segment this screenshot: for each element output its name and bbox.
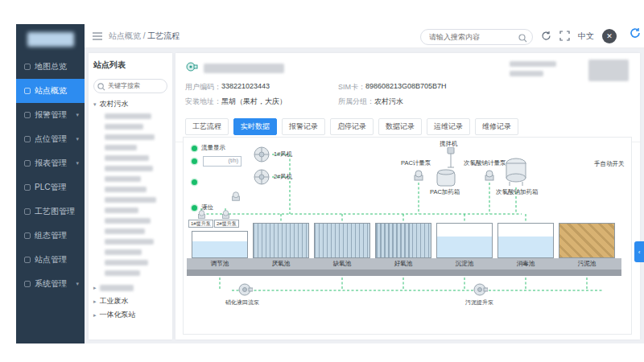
auto-manual-switch-label[interactable]: 手自动开关 xyxy=(594,160,625,168)
caret-right-icon: ▸ xyxy=(93,312,97,319)
search-input[interactable] xyxy=(420,29,533,45)
fullscreen-icon[interactable] xyxy=(559,31,570,41)
menu-icon xyxy=(24,136,31,142)
tab-process-flow[interactable]: 工艺流程 xyxy=(185,118,229,135)
tab-startstop-records[interactable]: 启停记录 xyxy=(330,118,374,135)
blurred-site-item[interactable] xyxy=(105,218,151,224)
station-title-blurred xyxy=(204,64,284,73)
blurred-site-item[interactable] xyxy=(105,124,143,130)
pac-dosing-tank-icon xyxy=(436,168,456,191)
chevron-down-icon: ▾ xyxy=(76,160,79,167)
tank-label: 好氧池 xyxy=(375,260,431,268)
tank-label: 消毒池 xyxy=(497,260,554,268)
site-list-title: 站点列表 xyxy=(93,60,167,71)
sidebar-item-report-mgmt[interactable]: 报表管理▾ xyxy=(16,151,85,175)
blurred-site-item[interactable] xyxy=(105,155,149,161)
sludge-pump-label: 污泥提升泵 xyxy=(465,298,493,306)
blurred-site-item[interactable] xyxy=(105,239,154,245)
menu-icon xyxy=(24,160,31,167)
flow-display-label: 流量显示 xyxy=(201,144,225,152)
chevron-down-icon: ▾ xyxy=(76,136,79,142)
blurred-site-item[interactable] xyxy=(105,187,147,192)
tank-label: 调节池 xyxy=(192,260,248,268)
naclo-pump-icon xyxy=(483,169,496,185)
sidebar-item-map-overview[interactable]: 地图总览 xyxy=(16,55,85,79)
blurred-site-item[interactable] xyxy=(105,134,155,140)
site-list-panel: 站点列表 ▾农村污水 xyxy=(89,53,172,339)
side-toggle-button[interactable]: ‹ xyxy=(634,241,644,262)
blurred-site-item[interactable] xyxy=(105,249,142,255)
blurred-site-item[interactable] xyxy=(105,166,153,171)
app-logo xyxy=(27,32,74,47)
pump-icon xyxy=(185,60,198,76)
menu-icon xyxy=(24,232,31,239)
reflux-pump-label: 硝化液回流泵 xyxy=(225,298,259,306)
inlet-pump-icon xyxy=(230,191,242,205)
tab-alarm-records[interactable]: 报警记录 xyxy=(282,118,325,135)
field-group: 所属分组：农村污水 xyxy=(338,97,403,107)
blurred-site-item[interactable] xyxy=(105,260,148,265)
station-header-blurred-block xyxy=(588,60,629,81)
menu-icon xyxy=(24,281,31,287)
breadcrumb-parent[interactable]: 站点概览 xyxy=(109,31,141,40)
global-search xyxy=(420,28,533,44)
blurred-site-item[interactable] xyxy=(105,197,156,203)
menu-icon xyxy=(24,208,31,215)
tab-repair-records[interactable]: 维修记录 xyxy=(475,118,518,135)
avatar[interactable]: ✕ xyxy=(602,29,617,43)
naclo-pump-label: 次氯酸钠计量泵 xyxy=(464,159,506,167)
reflux-pump-icon xyxy=(238,282,253,300)
sidebar-item-site-overview[interactable]: 站点概览 xyxy=(16,79,85,103)
sidebar: 地图总览 站点概览 报警管理▾ 点位管理▾ 报表管理▾ PLC管理 工艺图管理 … xyxy=(16,24,85,343)
station-header-blurred-lines xyxy=(510,61,556,76)
field-sim-card: SIM卡：898608213G08B705B7H xyxy=(338,82,447,93)
fan-1-icon xyxy=(253,146,270,167)
sidebar-item-process-diagram-mgmt[interactable]: 工艺图管理 xyxy=(16,200,85,224)
chevron-down-icon: ▾ xyxy=(76,112,79,118)
tree-group-integrated-pump-station[interactable]: ▸一体化泵站 xyxy=(93,308,167,322)
naclo-dosing-tank-label: 次氯酸钠加药箱 xyxy=(496,188,539,196)
tab-data-records[interactable]: 数据记录 xyxy=(378,118,422,135)
blurred-site-item[interactable] xyxy=(105,208,138,213)
flow-status-indicator xyxy=(192,146,197,151)
chevron-left-icon: ‹ xyxy=(638,249,641,256)
pac-dosing-tank-label: PAC加药箱 xyxy=(430,188,460,196)
sidebar-item-config-mgmt[interactable]: 组态管理 xyxy=(16,224,85,248)
caret-down-icon: ▾ xyxy=(93,101,97,108)
tank-label: 污泥池 xyxy=(559,260,615,268)
topbar-actions: 中文 ✕ xyxy=(420,28,617,44)
blurred-site-item[interactable] xyxy=(105,113,151,119)
tree-group-rural-sewage[interactable]: ▾农村污水 xyxy=(93,97,167,111)
menu-icon xyxy=(24,88,31,94)
refresh-icon[interactable] xyxy=(541,31,551,41)
collapse-sidebar-icon[interactable] xyxy=(93,32,102,40)
station-header xyxy=(175,53,640,76)
breadcrumb-current: 工艺流程 xyxy=(147,31,180,40)
menu-icon xyxy=(24,112,31,118)
corner-refresh-icon[interactable] xyxy=(630,27,641,42)
sidebar-item-alarm-mgmt[interactable]: 报警管理▾ xyxy=(16,103,85,127)
lift-pump-1-label: 1#提升泵 xyxy=(188,220,213,228)
flow-value-indicator xyxy=(192,158,197,164)
sidebar-item-system-mgmt[interactable]: 系统管理▾ xyxy=(16,272,85,296)
blurred-site-item[interactable] xyxy=(105,228,145,234)
blurred-site-item[interactable] xyxy=(105,270,140,276)
sludge-pump-icon xyxy=(473,282,488,300)
tree-group-blurred[interactable]: ▸ xyxy=(93,281,167,294)
tree-group-industrial-wastewater[interactable]: ▸工业废水 xyxy=(93,294,167,308)
lift-pump-2-label: 2#提升泵 xyxy=(214,220,239,228)
site-tree: ▾农村污水 ▸ ▸工业废水 ▸一体化泵站 xyxy=(93,97,167,322)
search-icon[interactable] xyxy=(518,31,527,46)
blurred-site-item[interactable] xyxy=(105,145,137,150)
sidebar-item-plc-mgmt[interactable]: PLC管理 xyxy=(16,175,85,200)
sidebar-menu: 地图总览 站点概览 报警管理▾ 点位管理▾ 报表管理▾ PLC管理 工艺图管理 … xyxy=(16,55,85,296)
language-switch[interactable]: 中文 xyxy=(578,31,594,42)
sidebar-item-station-mgmt[interactable]: 站点管理 xyxy=(16,248,85,272)
level-status-indicator xyxy=(192,179,197,185)
blurred-site-item[interactable] xyxy=(105,176,141,182)
tab-ops-records[interactable]: 运维记录 xyxy=(427,118,470,135)
sidebar-item-point-mgmt[interactable]: 点位管理▾ xyxy=(16,127,85,151)
tab-realtime-data[interactable]: 实时数据 xyxy=(233,118,277,135)
field-user-code: 用户编码：338221023443 xyxy=(185,82,338,93)
tank-label: 缺氧池 xyxy=(314,260,370,268)
